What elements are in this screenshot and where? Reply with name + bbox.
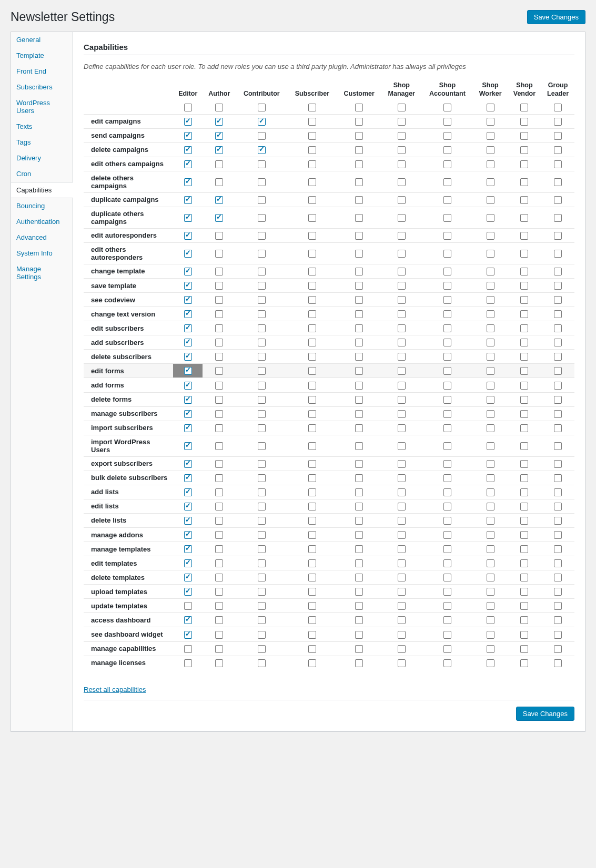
capability-checkbox[interactable] [554,488,562,496]
capability-checkbox[interactable] [355,118,363,126]
capability-checkbox[interactable] [355,296,363,304]
capability-checkbox[interactable] [308,367,316,375]
capability-checkbox[interactable] [443,324,451,332]
capability-checkbox[interactable] [184,132,192,140]
capability-checkbox[interactable] [355,460,363,468]
capability-checkbox[interactable] [520,160,528,168]
capability-checkbox[interactable] [215,160,223,168]
capability-checkbox[interactable] [443,545,451,553]
capability-checkbox[interactable] [258,268,266,275]
capability-checkbox[interactable] [258,645,266,653]
capability-checkbox[interactable] [520,442,528,450]
capability-checkbox[interactable] [398,232,406,240]
capability-checkbox[interactable] [308,178,316,186]
capability-checkbox[interactable] [554,232,562,240]
capability-checkbox[interactable] [443,410,451,418]
capability-checkbox[interactable] [520,339,528,346]
capability-checkbox[interactable] [215,424,223,432]
capability-checkbox[interactable] [487,178,494,186]
sidebar-item-system-info[interactable]: System Info [11,246,73,261]
capability-checkbox[interactable] [554,382,562,390]
capability-checkbox[interactable] [184,310,192,318]
capability-checkbox[interactable] [258,310,266,318]
capability-checkbox[interactable] [215,616,223,624]
capability-checkbox[interactable] [308,250,316,258]
capability-checkbox[interactable] [308,146,316,154]
capability-checkbox[interactable] [258,531,266,539]
capability-checkbox[interactable] [215,545,223,553]
capability-checkbox[interactable] [258,196,266,204]
capability-checkbox[interactable] [215,410,223,418]
capability-checkbox[interactable] [355,353,363,361]
capability-checkbox[interactable] [215,324,223,332]
capability-checkbox[interactable] [308,410,316,418]
capability-checkbox[interactable] [308,118,316,126]
capability-checkbox[interactable] [554,517,562,525]
capability-checkbox[interactable] [308,232,316,240]
capability-checkbox[interactable] [184,396,192,404]
capability-checkbox[interactable] [398,503,406,510]
capability-checkbox[interactable] [215,196,223,204]
capability-checkbox[interactable] [355,196,363,204]
capability-checkbox[interactable] [308,631,316,639]
capability-checkbox[interactable] [554,659,562,667]
capability-checkbox[interactable] [487,367,494,375]
capability-checkbox[interactable] [398,160,406,168]
capability-checkbox[interactable] [443,517,451,525]
capability-checkbox[interactable] [443,488,451,496]
capability-checkbox[interactable] [487,396,494,404]
capability-checkbox[interactable] [184,160,192,168]
capability-checkbox[interactable] [258,250,266,258]
capability-checkbox[interactable] [398,588,406,596]
capability-checkbox[interactable] [520,146,528,154]
select-all-group-leader[interactable] [554,104,562,111]
capability-checkbox[interactable] [443,382,451,390]
capability-checkbox[interactable] [487,132,494,140]
capability-checkbox[interactable] [554,367,562,375]
capability-checkbox[interactable] [215,659,223,667]
capability-checkbox[interactable] [487,268,494,275]
capability-checkbox[interactable] [184,631,192,639]
capability-checkbox[interactable] [520,118,528,126]
capability-checkbox[interactable] [398,132,406,140]
capability-checkbox[interactable] [487,214,494,222]
capability-checkbox[interactable] [443,296,451,304]
capability-checkbox[interactable] [554,214,562,222]
capability-checkbox[interactable] [487,424,494,432]
capability-checkbox[interactable] [398,268,406,275]
capability-checkbox[interactable] [355,367,363,375]
sidebar-item-cron[interactable]: Cron [11,166,73,182]
capability-checkbox[interactable] [554,196,562,204]
capability-checkbox[interactable] [398,146,406,154]
capability-checkbox[interactable] [398,424,406,432]
capability-checkbox[interactable] [487,339,494,346]
capability-checkbox[interactable] [308,574,316,581]
capability-checkbox[interactable] [487,517,494,525]
capability-checkbox[interactable] [355,232,363,240]
capability-checkbox[interactable] [398,442,406,450]
capability-checkbox[interactable] [184,517,192,525]
capability-checkbox[interactable] [355,631,363,639]
capability-checkbox[interactable] [215,382,223,390]
capability-checkbox[interactable] [487,588,494,596]
capability-checkbox[interactable] [184,367,192,375]
capability-checkbox[interactable] [520,659,528,667]
capability-checkbox[interactable] [487,353,494,361]
capability-checkbox[interactable] [398,631,406,639]
capability-checkbox[interactable] [355,132,363,140]
capability-checkbox[interactable] [554,132,562,140]
capability-checkbox[interactable] [443,559,451,567]
capability-checkbox[interactable] [184,268,192,275]
capability-checkbox[interactable] [520,178,528,186]
capability-checkbox[interactable] [443,602,451,610]
save-changes-button-top[interactable]: Save Changes [527,10,585,24]
sidebar-item-delivery[interactable]: Delivery [11,150,73,166]
capability-checkbox[interactable] [215,282,223,290]
capability-checkbox[interactable] [520,410,528,418]
capability-checkbox[interactable] [520,531,528,539]
capability-checkbox[interactable] [398,282,406,290]
capability-checkbox[interactable] [184,503,192,510]
capability-checkbox[interactable] [443,339,451,346]
capability-checkbox[interactable] [184,178,192,186]
capability-checkbox[interactable] [487,146,494,154]
